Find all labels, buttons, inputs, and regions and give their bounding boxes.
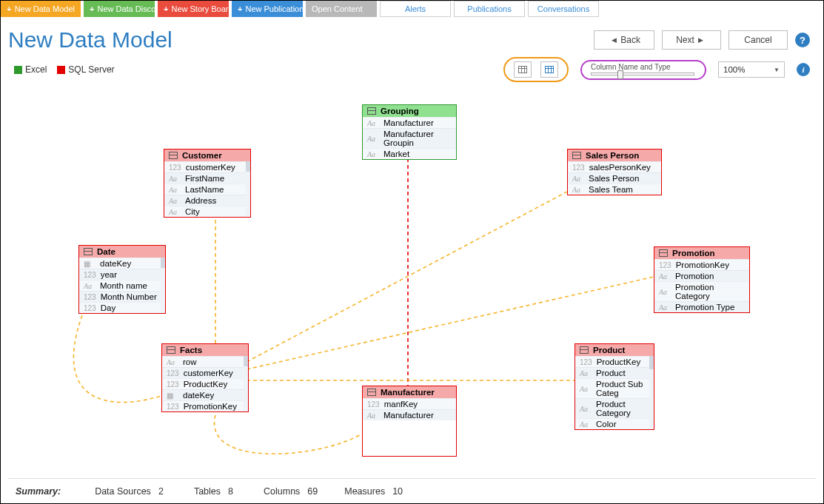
table-column[interactable]: AaColor [575, 418, 654, 429]
table-column[interactable]: AaSales Person [568, 172, 661, 184]
table-column[interactable]: AaPromotion Category [654, 281, 749, 301]
excel-swatch-icon [14, 66, 22, 74]
column-name: Color [596, 420, 616, 429]
cancel-button[interactable]: Cancel [728, 30, 788, 50]
table-column[interactable]: 123year [79, 269, 165, 280]
table-column[interactable]: AaAddress [164, 195, 250, 206]
table-column[interactable]: AaSales Team [568, 184, 661, 195]
datatype-icon: ▦ [84, 260, 96, 268]
datatype-icon: 123 [572, 164, 585, 172]
tab-new-data-model[interactable]: +New Data Model [1, 1, 81, 17]
source-legend: Excel SQL Server [14, 64, 115, 75]
slider-thumb-icon[interactable] [617, 70, 623, 79]
legend-excel-label: Excel [25, 64, 47, 75]
table-rows: 123customerKeyAaFirstNameAaLastNameAaAdd… [164, 161, 250, 217]
table-date[interactable]: Date ▦dateKey123yearAaMonth name123Month… [78, 245, 166, 314]
detail-slider[interactable] [591, 71, 694, 75]
next-button[interactable]: Next▶ [662, 30, 721, 50]
grid-blue-icon [545, 66, 554, 73]
table-column[interactable]: AaProduct [575, 367, 654, 378]
table-header[interactable]: Product [575, 344, 654, 356]
table-column[interactable]: 123salesPersonKey [568, 161, 661, 172]
table-column[interactable]: AaMonth name [79, 280, 165, 291]
column-name: customerKey [186, 163, 235, 172]
table-customer[interactable]: Customer 123customerKeyAaFirstNameAaLast… [164, 149, 251, 218]
table-column[interactable]: AaMarket [363, 148, 456, 159]
table-column[interactable]: AaFirstName [164, 172, 250, 184]
tab-label: Open Content [312, 4, 363, 13]
table-product[interactable]: Product 123ProductKeyAaProductAaProduct … [575, 343, 654, 430]
table-column[interactable]: AaManufacturer Groupin [363, 128, 456, 148]
scrollbar[interactable] [649, 356, 654, 429]
page-title: New Data Model [8, 27, 172, 53]
table-column[interactable]: 123Month Number [79, 291, 165, 302]
zoom-select[interactable]: 100%▼ [718, 61, 785, 78]
table-column[interactable]: 123customerKey [164, 161, 250, 172]
column-name: Address [185, 196, 216, 205]
scroll-thumb-icon[interactable] [244, 356, 248, 366]
scrollbar[interactable] [244, 356, 248, 411]
table-column[interactable]: Aarow [162, 356, 248, 367]
scrollbar[interactable] [246, 161, 250, 217]
info-icon[interactable]: i [797, 63, 810, 76]
table-column[interactable]: 123ProductKey [162, 378, 248, 389]
table-column[interactable]: 123ProductKey [575, 356, 654, 367]
wizard-buttons: ◀Back Next▶ Cancel ? [594, 30, 810, 50]
table-column[interactable]: 123manfKey [363, 398, 456, 409]
layout-grid-blue-button[interactable] [540, 61, 558, 78]
tab-new-publication[interactable]: +New Publication [232, 1, 303, 17]
table-header[interactable]: Promotion [654, 247, 749, 259]
table-column[interactable]: ▦dateKey [162, 389, 248, 400]
datatype-icon: Aa [572, 175, 584, 183]
tab-new-data-discovery[interactable]: +New Data Discovery [84, 1, 155, 17]
table-facts[interactable]: Facts Aarow123customerKey123ProductKey▦d… [161, 343, 249, 412]
model-canvas[interactable]: Grouping AaManufacturerAaManufacturer Gr… [8, 88, 816, 472]
table-column[interactable]: AaProduct Category [575, 398, 654, 418]
title-row: New Data Model ◀Back Next▶ Cancel ? [1, 17, 823, 54]
table-header[interactable]: Manufacturer [363, 386, 456, 398]
table-column[interactable]: AaManufacturer [363, 117, 456, 128]
layout-grid-button[interactable] [514, 61, 532, 78]
table-column[interactable]: 123customerKey [162, 367, 248, 378]
table-header[interactable]: Grouping [363, 105, 456, 117]
tab-label: Publications [467, 4, 511, 13]
help-icon[interactable]: ? [795, 33, 810, 47]
table-column[interactable]: AaProduct Sub Categ [575, 378, 654, 398]
table-column[interactable]: AaCity [164, 206, 250, 217]
table-rows: 123ProductKeyAaProductAaProduct Sub Cate… [575, 356, 654, 429]
tab-new-story-board[interactable]: +New Story Board [158, 1, 229, 17]
table-rows: Aarow123customerKey123ProductKey▦dateKey… [162, 356, 248, 411]
table-column[interactable]: AaLastName [164, 184, 250, 195]
table-promotion[interactable]: Promotion 123PromotionKeyAaPromotionAaPr… [654, 246, 750, 313]
tab-open-content[interactable]: Open Content [306, 1, 377, 17]
column-name: Promotion Type [675, 303, 734, 312]
grid-icon [518, 66, 527, 73]
back-button[interactable]: ◀Back [594, 30, 654, 50]
tab-alerts[interactable]: Alerts [380, 1, 451, 17]
scrollbar[interactable] [161, 258, 165, 313]
table-sales-person[interactable]: Sales Person 123salesPersonKeyAaSales Pe… [567, 149, 662, 195]
table-column[interactable]: 123PromotionKey [162, 400, 248, 411]
scroll-thumb-icon[interactable] [161, 258, 165, 268]
table-column[interactable]: AaPromotion [654, 270, 749, 281]
table-header[interactable]: Date [79, 246, 165, 258]
table-column[interactable]: 123Day [79, 302, 165, 313]
tab-publications[interactable]: Publications [454, 1, 525, 17]
table-column[interactable]: ▦dateKey [79, 258, 165, 269]
scroll-thumb-icon[interactable] [649, 356, 654, 369]
back-arrow-icon: ◀ [612, 36, 617, 44]
table-icon [169, 152, 178, 159]
datatype-icon: Aa [367, 135, 379, 143]
scroll-thumb-icon[interactable] [246, 161, 250, 172]
table-header[interactable]: Customer [164, 149, 250, 161]
table-header[interactable]: Sales Person [568, 149, 661, 161]
summary-bar: Summary: Data Sources2 Tables8 Columns69… [8, 478, 816, 503]
tab-conversations[interactable]: Conversations [528, 1, 599, 17]
table-header[interactable]: Facts [162, 344, 248, 356]
table-grouping[interactable]: Grouping AaManufacturerAaManufacturer Gr… [362, 104, 457, 160]
table-manufacturer[interactable]: Manufacturer 123manfKeyAaManufacturer [362, 386, 457, 457]
table-column[interactable]: AaPromotion Type [654, 301, 749, 312]
summary-label: Summary: [16, 486, 61, 497]
table-column[interactable]: AaManufacturer [363, 409, 456, 420]
table-column[interactable]: 123PromotionKey [654, 259, 749, 270]
